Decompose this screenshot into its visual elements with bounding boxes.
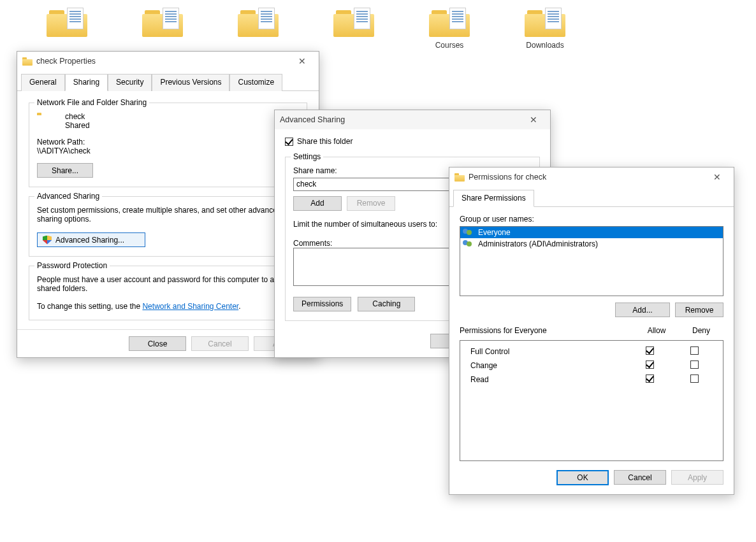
- tab-general[interactable]: General: [21, 74, 65, 91]
- close-icon[interactable]: ✕: [291, 53, 314, 69]
- cancel-button[interactable]: Cancel: [614, 470, 666, 485]
- tab-share-permissions[interactable]: Share Permissions: [453, 190, 534, 207]
- group-user-label: Group or user names:: [460, 215, 723, 224]
- advanced-sharing-group: Advanced Sharing Set custom permissions,…: [29, 196, 307, 257]
- pwd-line1: People must have a user account and pass…: [37, 275, 299, 293]
- share-name: check: [65, 112, 90, 121]
- window-title: check Properties: [36, 57, 291, 66]
- folder-icon: [22, 57, 33, 66]
- allow-header: Allow: [634, 326, 679, 335]
- folder-label: Courses: [435, 41, 464, 50]
- cancel-button: Cancel: [191, 336, 249, 351]
- ok-button[interactable]: OK: [556, 470, 609, 485]
- perm-for-label: Permissions for Everyone: [460, 326, 634, 335]
- permissions-window: Permissions for check ✕ Share Permission…: [449, 167, 734, 495]
- network-sharing-center-link[interactable]: Network and Sharing Center: [142, 302, 238, 311]
- allow-checkbox[interactable]: [646, 374, 654, 383]
- list-item-label: Administrators (ADI\Administrators): [478, 239, 598, 248]
- titlebar[interactable]: check Properties ✕: [17, 52, 319, 71]
- folder-icon: [454, 173, 465, 182]
- group-legend: Network File and Folder Sharing: [34, 98, 149, 107]
- users-listbox[interactable]: Everyone Administrators (ADI\Administrat…: [460, 226, 723, 296]
- folder-item[interactable]: Downloads: [516, 6, 574, 50]
- folder-item[interactable]: Courses: [421, 6, 478, 50]
- dialog-footer: OK Cancel Apply: [449, 464, 734, 494]
- list-item[interactable]: Everyone: [460, 227, 723, 238]
- tabs: Share Permissions: [449, 189, 734, 207]
- checkbox-icon: [285, 138, 293, 146]
- share-folder-checkbox[interactable]: Share this folder: [285, 137, 353, 146]
- remove-button: Remove: [347, 196, 395, 211]
- folder-item[interactable]: [38, 6, 96, 50]
- folder-item[interactable]: [134, 6, 191, 50]
- window-title: Advanced Sharing: [280, 115, 522, 124]
- add-button[interactable]: Add: [293, 196, 342, 211]
- permission-row: Change: [467, 359, 716, 373]
- permissions-button[interactable]: Permissions: [293, 297, 351, 311]
- close-button[interactable]: Close: [129, 336, 186, 351]
- network-path-label: Network Path:: [37, 138, 299, 146]
- permissions-header: Permissions for Everyone Allow Deny: [460, 326, 723, 335]
- pwd-text: To change this setting, use the: [37, 302, 142, 311]
- folder-label: Downloads: [526, 41, 563, 50]
- permission-row: Read: [467, 373, 716, 387]
- advanced-sharing-button[interactable]: Advanced Sharing...: [37, 232, 145, 247]
- close-icon[interactable]: ✕: [706, 169, 729, 185]
- advanced-sharing-label: Advanced Sharing...: [55, 236, 124, 245]
- list-item[interactable]: Administrators (ADI\Administrators): [460, 238, 723, 250]
- titlebar[interactable]: Permissions for check ✕: [449, 168, 734, 187]
- tab-sharing[interactable]: Sharing: [65, 74, 108, 91]
- perm-name: Change: [467, 361, 627, 370]
- share-button[interactable]: Share...: [37, 163, 93, 178]
- list-item-label: Everyone: [478, 228, 511, 237]
- folder-icon: [37, 112, 57, 130]
- folder-item[interactable]: [325, 6, 382, 50]
- titlebar[interactable]: Advanced Sharing ✕: [275, 110, 550, 129]
- pwd-line2: To change this setting, use the Network …: [37, 302, 299, 311]
- permissions-table: Full ControlChangeRead: [460, 340, 723, 461]
- deny-checkbox[interactable]: [690, 374, 699, 383]
- tab-customize[interactable]: Customize: [229, 74, 282, 91]
- pwd-text: .: [238, 302, 240, 311]
- network-sharing-group: Network File and Folder Sharing check Sh…: [29, 103, 307, 187]
- close-icon[interactable]: ✕: [522, 112, 545, 127]
- remove-button[interactable]: Remove: [675, 303, 723, 317]
- tab-security[interactable]: Security: [108, 74, 152, 91]
- window-title: Permissions for check: [469, 173, 706, 182]
- group-legend: Advanced Sharing: [34, 192, 102, 201]
- network-path: \\ADITYA\check: [37, 146, 299, 155]
- perm-name: Full Control: [467, 347, 627, 356]
- users-icon: [463, 239, 474, 248]
- caching-button[interactable]: Caching: [358, 297, 415, 311]
- checkbox-label: Share this folder: [297, 137, 353, 146]
- perm-name: Read: [467, 375, 627, 384]
- group-legend: Password Protection: [34, 261, 110, 270]
- group-legend: Settings: [291, 152, 323, 161]
- deny-checkbox[interactable]: [690, 346, 699, 355]
- add-button[interactable]: Add...: [615, 303, 670, 317]
- tab-previous-versions[interactable]: Previous Versions: [152, 74, 229, 91]
- deny-header: Deny: [679, 326, 723, 335]
- permission-row: Full Control: [467, 345, 716, 359]
- allow-checkbox[interactable]: [646, 360, 654, 369]
- apply-button: Apply: [671, 470, 723, 485]
- share-status: Shared: [65, 121, 90, 130]
- tabs: General Sharing Security Previous Versio…: [17, 73, 319, 91]
- allow-checkbox[interactable]: [646, 346, 654, 355]
- password-protection-group: Password Protection People must have a u…: [29, 266, 307, 320]
- advanced-desc: Set custom permissions, create multiple …: [37, 206, 299, 224]
- users-icon: [463, 228, 474, 237]
- deny-checkbox[interactable]: [690, 360, 699, 369]
- shield-icon: [43, 236, 52, 245]
- desktop-icons: Courses Downloads: [0, 0, 756, 56]
- folder-item[interactable]: [229, 6, 287, 50]
